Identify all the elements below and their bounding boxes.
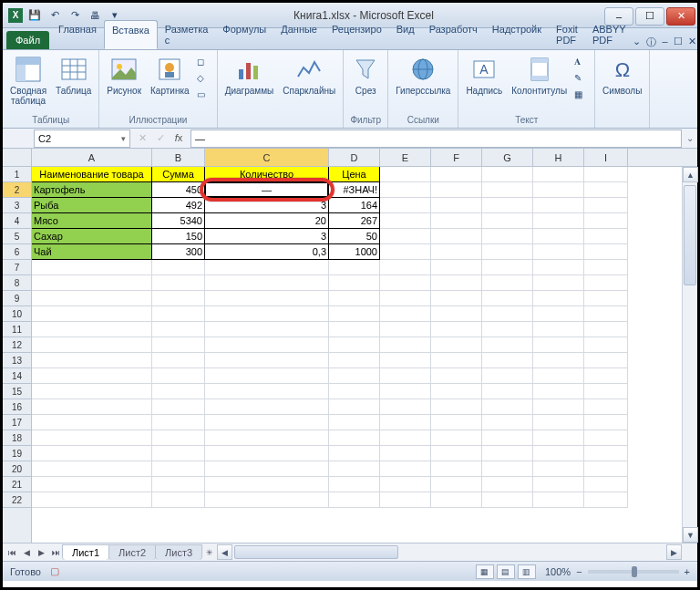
cell-H3[interactable] bbox=[533, 198, 584, 213]
textbox-button[interactable]: A Надпись bbox=[464, 53, 504, 98]
cell-C13[interactable] bbox=[205, 353, 329, 368]
vscroll-thumb[interactable] bbox=[684, 185, 696, 285]
cell-F10[interactable] bbox=[431, 306, 482, 322]
cell-A22[interactable] bbox=[32, 492, 152, 508]
cell-B2[interactable]: 450 bbox=[152, 182, 205, 198]
cell-D3[interactable]: 164 bbox=[329, 198, 380, 213]
cell-G1[interactable] bbox=[482, 167, 533, 182]
cell-A14[interactable] bbox=[32, 368, 152, 384]
cell-E10[interactable] bbox=[380, 306, 431, 322]
cell-C18[interactable] bbox=[205, 430, 329, 446]
cell-E13[interactable] bbox=[380, 353, 431, 368]
cell-H16[interactable] bbox=[533, 399, 584, 415]
scroll-down-button[interactable]: ▼ bbox=[683, 527, 698, 543]
cell-A4[interactable]: Мясо bbox=[32, 213, 152, 229]
cell-E22[interactable] bbox=[380, 492, 431, 508]
tab-nav-next[interactable]: ▶ bbox=[34, 545, 48, 560]
cell-F17[interactable] bbox=[431, 415, 482, 430]
cell-A11[interactable] bbox=[32, 322, 152, 337]
cell-A18[interactable] bbox=[32, 430, 152, 446]
ribbon-tab-6[interactable]: Вид bbox=[389, 20, 422, 49]
cell-H22[interactable] bbox=[533, 492, 584, 508]
cell-B1[interactable]: Сумма bbox=[152, 167, 205, 182]
cell-C6[interactable]: 0,3 bbox=[205, 244, 329, 260]
cell-H18[interactable] bbox=[533, 430, 584, 446]
cell-E19[interactable] bbox=[380, 446, 431, 461]
signature-button[interactable]: ✎ bbox=[574, 73, 589, 88]
cell-I6[interactable] bbox=[584, 244, 628, 260]
cell-G19[interactable] bbox=[482, 446, 533, 461]
cell-E17[interactable] bbox=[380, 415, 431, 430]
ribbon-tab-3[interactable]: Формулы bbox=[215, 20, 273, 49]
cell-I19[interactable] bbox=[584, 446, 628, 461]
cell-F20[interactable] bbox=[431, 461, 482, 477]
cell-G5[interactable] bbox=[482, 229, 533, 244]
cell-F9[interactable] bbox=[431, 291, 482, 306]
sheet-tab-Лист1[interactable]: Лист1 bbox=[62, 544, 109, 560]
cell-A2[interactable]: Картофель bbox=[32, 182, 152, 198]
cell-C19[interactable] bbox=[205, 446, 329, 461]
cell-C2[interactable]: — bbox=[205, 182, 329, 198]
row-header-1[interactable]: 1 bbox=[3, 167, 31, 182]
pivot-table-button[interactable]: Сводная таблица bbox=[8, 53, 48, 108]
cell-I1[interactable] bbox=[584, 167, 628, 182]
cell-C20[interactable] bbox=[205, 461, 329, 477]
cell-H12[interactable] bbox=[533, 337, 584, 353]
smartart-button[interactable]: ◇ bbox=[197, 73, 211, 88]
cell-B7[interactable] bbox=[152, 260, 205, 275]
vertical-scrollbar[interactable]: ▲ ▼ bbox=[682, 167, 697, 543]
cell-F4[interactable] bbox=[431, 213, 482, 229]
cell-G11[interactable] bbox=[482, 322, 533, 337]
cell-I21[interactable] bbox=[584, 477, 628, 492]
fx-cancel-icon[interactable]: ✕ bbox=[134, 132, 150, 144]
cell-F22[interactable] bbox=[431, 492, 482, 508]
row-header-8[interactable]: 8 bbox=[3, 275, 31, 291]
cell-A12[interactable] bbox=[32, 337, 152, 353]
cell-C1[interactable]: Количество bbox=[205, 167, 329, 182]
col-header-H[interactable]: H bbox=[533, 149, 584, 166]
cell-E1[interactable] bbox=[380, 167, 431, 182]
ribbon-tab-2[interactable]: Разметка с bbox=[158, 20, 216, 49]
cell-E4[interactable] bbox=[380, 213, 431, 229]
cell-G15[interactable] bbox=[482, 384, 533, 399]
fx-accept-icon[interactable]: ✓ bbox=[152, 132, 169, 144]
cell-B11[interactable] bbox=[152, 322, 205, 337]
cell-F18[interactable] bbox=[431, 430, 482, 446]
view-normal-button[interactable]: ▦ bbox=[476, 564, 494, 579]
cell-C21[interactable] bbox=[205, 477, 329, 492]
cell-B6[interactable]: 300 bbox=[152, 244, 205, 260]
cell-F15[interactable] bbox=[431, 384, 482, 399]
cell-F13[interactable] bbox=[431, 353, 482, 368]
col-header-D[interactable]: D bbox=[329, 149, 380, 166]
cell-F5[interactable] bbox=[431, 229, 482, 244]
row-header-22[interactable]: 22 bbox=[3, 492, 31, 508]
cell-H13[interactable] bbox=[533, 353, 584, 368]
cell-F11[interactable] bbox=[431, 322, 482, 337]
ribbon-tab-5[interactable]: Рецензиро bbox=[324, 20, 389, 49]
cell-D22[interactable] bbox=[329, 492, 380, 508]
row-header-7[interactable]: 7 bbox=[3, 260, 31, 275]
cell-I9[interactable] bbox=[584, 291, 628, 306]
cell-A1[interactable]: Наименование товара bbox=[32, 167, 152, 182]
help-icon[interactable]: ⓘ bbox=[646, 36, 656, 49]
cell-G16[interactable] bbox=[482, 399, 533, 415]
ribbon-tab-7[interactable]: Разработч bbox=[422, 20, 485, 49]
cell-F16[interactable] bbox=[431, 399, 482, 415]
cell-B15[interactable] bbox=[152, 384, 205, 399]
headerfooter-button[interactable]: Колонтитулы bbox=[510, 53, 569, 98]
cell-B5[interactable]: 150 bbox=[152, 229, 205, 244]
cell-C8[interactable] bbox=[205, 275, 329, 291]
charts-button[interactable]: Диаграммы bbox=[223, 53, 276, 98]
sheet-tab-Лист2[interactable]: Лист2 bbox=[108, 544, 156, 560]
cell-C17[interactable] bbox=[205, 415, 329, 430]
zoom-out-button[interactable]: − bbox=[576, 566, 582, 577]
cell-B21[interactable] bbox=[152, 477, 205, 492]
shapes-button[interactable]: ◻ bbox=[197, 57, 211, 71]
cell-E5[interactable] bbox=[380, 229, 431, 244]
cell-F14[interactable] bbox=[431, 368, 482, 384]
cell-H20[interactable] bbox=[533, 461, 584, 477]
cell-B17[interactable] bbox=[152, 415, 205, 430]
cell-D13[interactable] bbox=[329, 353, 380, 368]
cell-F3[interactable] bbox=[431, 198, 482, 213]
cell-A6[interactable]: Чай bbox=[32, 244, 152, 260]
